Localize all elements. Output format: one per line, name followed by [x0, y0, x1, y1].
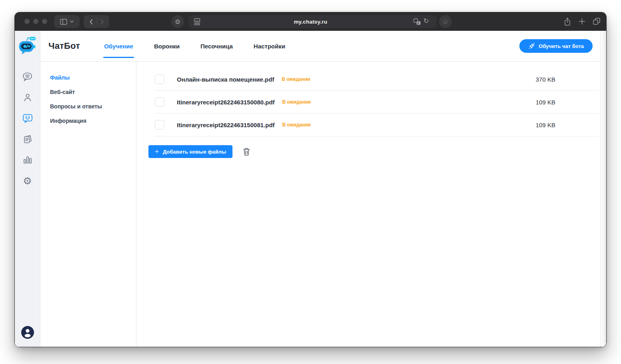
- tab-funnels[interactable]: Воронки: [153, 41, 180, 51]
- back-button[interactable]: [86, 19, 96, 24]
- reload-icon[interactable]: ↻: [423, 17, 429, 25]
- sidebar-item-info[interactable]: Информация: [40, 114, 136, 128]
- files-panel: Онлайн-выписка помещение.pdf В ожидании …: [136, 62, 606, 347]
- browser-toolbar: ⚙ my.chatsy.ru ↻ ☆: [15, 12, 606, 31]
- sidebar-item-website[interactable]: Веб-сайт: [40, 85, 136, 99]
- new-tab-icon[interactable]: [579, 18, 585, 25]
- app-root: ⚙ ЧатБот Обучение Воронки Песочница Наст…: [15, 31, 606, 347]
- file-checkbox[interactable]: [155, 74, 164, 84]
- trash-icon: [242, 147, 250, 156]
- chatbot-logo[interactable]: [18, 36, 37, 55]
- settings-toolbar-button[interactable]: ⚙: [171, 15, 184, 28]
- translate-icon[interactable]: [413, 18, 421, 25]
- bookmark-button[interactable]: ☆: [439, 15, 452, 28]
- content-body: Файлы Веб-сайт Вопросы и ответы Информац…: [40, 62, 606, 347]
- tab-overview-icon[interactable]: [593, 18, 601, 25]
- page-format-icon[interactable]: [194, 18, 200, 25]
- file-name: Онлайн-выписка помещение.pdf: [177, 76, 274, 83]
- tab-training[interactable]: Обучение: [103, 41, 134, 51]
- table-row: Itineraryreceipt2622463150081.pdf В ожид…: [155, 114, 599, 136]
- table-row: Itineraryreceipt2622463150080.pdf В ожид…: [155, 91, 599, 114]
- plus-icon: +: [155, 148, 159, 155]
- traffic-light-close[interactable]: [24, 19, 30, 24]
- traffic-light-zoom[interactable]: [42, 19, 47, 24]
- sidebar-item-files[interactable]: Файлы: [40, 70, 136, 85]
- file-checkbox[interactable]: [155, 97, 164, 107]
- training-sidebar: Файлы Веб-сайт Вопросы и ответы Информац…: [40, 62, 136, 347]
- add-files-label: Добавить новые файлы: [163, 149, 226, 155]
- tab-settings[interactable]: Настройки: [253, 41, 286, 51]
- main-tabs: Обучение Воронки Песочница Настройки: [103, 41, 286, 51]
- user-avatar[interactable]: [21, 326, 34, 339]
- file-size: 109 KB: [536, 99, 599, 106]
- scrollbar-track[interactable]: [600, 31, 606, 347]
- chevron-down-icon: [70, 20, 74, 23]
- file-name: Itineraryreceipt2622463150080.pdf: [177, 99, 274, 106]
- delete-files-button[interactable]: [242, 147, 250, 156]
- file-size: 109 KB: [536, 122, 599, 128]
- file-name: Itineraryreceipt2622463150081.pdf: [177, 122, 274, 128]
- address-bar[interactable]: [188, 15, 437, 28]
- templates-icon[interactable]: [22, 134, 33, 144]
- nav-buttons: [84, 15, 109, 28]
- icon-rail: ⚙: [15, 31, 40, 347]
- status-badge: В ожидании: [282, 122, 310, 128]
- dialogs-icon[interactable]: [22, 72, 33, 82]
- share-icon[interactable]: [564, 18, 571, 26]
- train-bot-button[interactable]: Обучить чат бота: [519, 39, 593, 53]
- star-icon: ☆: [442, 18, 448, 26]
- files-actions: + Добавить новые файлы: [148, 145, 599, 158]
- chatbot-section-icon[interactable]: [22, 113, 33, 124]
- page-title: ЧатБот: [48, 41, 80, 51]
- settings-icon[interactable]: ⚙: [22, 176, 33, 186]
- main-area: ЧатБот Обучение Воронки Песочница Настро…: [40, 31, 606, 347]
- tab-sandbox[interactable]: Песочница: [200, 41, 234, 51]
- analytics-icon[interactable]: [22, 155, 33, 165]
- forward-button[interactable]: [97, 19, 107, 24]
- rocket-icon: [528, 43, 535, 50]
- add-files-button[interactable]: + Добавить новые файлы: [148, 145, 232, 158]
- browser-window: ⚙ my.chatsy.ru ↻ ☆: [14, 12, 607, 347]
- status-badge: В ожидании: [282, 76, 310, 82]
- sidebar-item-qa[interactable]: Вопросы и ответы: [40, 99, 136, 114]
- contacts-icon[interactable]: [22, 92, 33, 103]
- traffic-light-minimize[interactable]: [33, 19, 38, 24]
- app-header: ЧатБот Обучение Воронки Песочница Настро…: [40, 31, 606, 62]
- sidebar-toggle-button[interactable]: [54, 15, 80, 28]
- status-badge: В ожидании: [282, 99, 310, 105]
- train-bot-label: Обучить чат бота: [539, 43, 584, 49]
- file-size: 370 KB: [536, 76, 599, 83]
- table-row: Онлайн-выписка помещение.pdf В ожидании …: [155, 68, 599, 91]
- sidebar-toggle-icon: [60, 19, 67, 25]
- gear-icon: ⚙: [175, 18, 180, 26]
- file-checkbox[interactable]: [155, 120, 164, 130]
